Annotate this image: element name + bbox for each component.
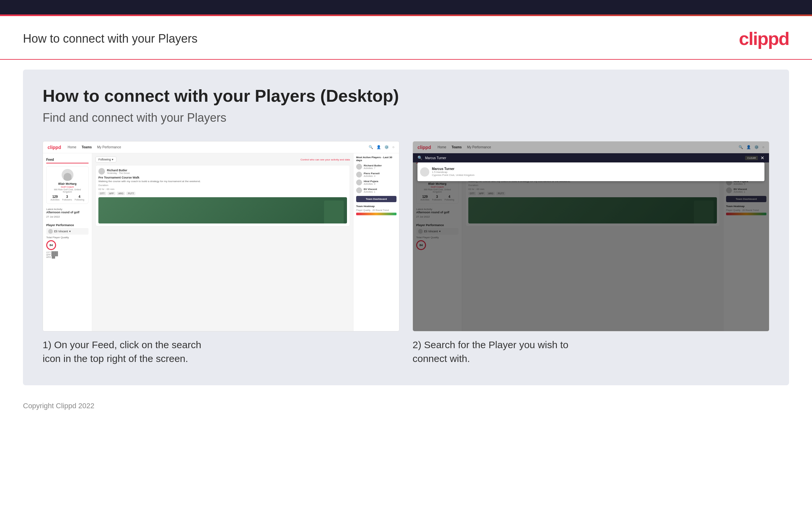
app-nav-2: clippd Home Teams My Performance 🔍 👤 ⚙️ …	[413, 141, 769, 153]
panels: clippd Home Teams My Performance 🔍 👤 ⚙️ …	[43, 141, 769, 366]
footer: Copyright Clippd 2022	[0, 395, 812, 417]
selected-player-name: Eli Vincent	[54, 230, 68, 233]
team-dashboard-button[interactable]: Team Dashboard	[356, 196, 396, 202]
player-info-3: Hiral Pujara Activities: 3	[364, 180, 396, 185]
latest-activity: Latest Activity Afternoon round of golf …	[46, 206, 89, 218]
activity-card: Richard Butler Yesterday · The Grove Pre…	[95, 165, 350, 226]
nav-home[interactable]: Home	[67, 145, 77, 149]
following-button[interactable]: Following ▾	[95, 157, 116, 162]
control-link[interactable]: Control who can see your activity and da…	[300, 158, 350, 161]
search-result-item[interactable]: Marcus Turner 1.5 Handicap Cypress Point…	[420, 165, 762, 178]
search-result-avatar	[420, 167, 429, 176]
quality-circle: 84	[46, 240, 56, 250]
profile-club: Mill Ride Golf Club, United Kingdom	[49, 188, 86, 193]
nav-teams-2[interactable]: Teams	[451, 145, 462, 149]
search-overlay: 🔍 Marcus Turner CLEAR ✕ Marcus Turner 1.…	[413, 153, 769, 331]
player-info-1: Richard Butler Activities: 7	[364, 164, 396, 169]
activity-user-info: Richard Butler Yesterday · The Grove	[107, 169, 130, 174]
app-logo: clippd	[48, 145, 61, 150]
most-active-title: Most Active Players - Last 30 days	[356, 156, 396, 162]
user-icon-2[interactable]: 👤	[747, 145, 751, 149]
chevron-down-icon: ▾	[69, 230, 71, 233]
golf-figure	[324, 201, 344, 223]
stat-activities: 129 Activities	[50, 195, 60, 201]
player-info-4: Eli Vincent Activities: 1	[364, 188, 396, 193]
latest-activity-title: Afternoon round of golf	[46, 211, 89, 214]
activity-image	[98, 197, 347, 223]
team-heatmap-title: Team Heatmap	[356, 205, 396, 208]
search-result-info: Marcus Turner 1.5 Handicap Cypress Point…	[432, 167, 475, 176]
player-select[interactable]: Eli Vincent ▾	[46, 228, 89, 235]
profile-avatar	[62, 169, 74, 181]
panel-1: clippd Home Teams My Performance 🔍 👤 ⚙️ …	[43, 141, 399, 366]
tag-ott: OTT	[98, 192, 106, 195]
search-result-name: Marcus Turner	[432, 167, 475, 171]
search-icon[interactable]: 🔍	[369, 145, 373, 149]
activity-location: Yesterday · The Grove	[107, 172, 130, 174]
app-left: Feed Blair McHarg Golf Coach Mill Ride G…	[43, 153, 92, 331]
app-nav-icons-2: 🔍 👤 ⚙️ ○	[738, 145, 764, 149]
profile-name: Blair McHarg	[49, 182, 86, 185]
player-info-2: Piers Parnell Activities: 4	[364, 172, 396, 177]
app-nav-icons: 🔍 👤 ⚙️ ○	[369, 145, 394, 149]
player-name-1: Richard Butler	[364, 164, 396, 167]
main-content: How to connect with your Players (Deskto…	[23, 70, 789, 385]
feed-tab[interactable]: Feed	[46, 157, 89, 163]
settings-icon-2[interactable]: ⚙️	[754, 145, 759, 149]
player-name-4: Eli Vincent	[364, 188, 396, 190]
app-nav-items-2: Home Teams My Performance	[437, 145, 491, 149]
followers-count: 3	[62, 195, 72, 199]
settings-icon[interactable]: ⚙️	[384, 145, 389, 149]
player-acts-1: Activities: 7	[364, 167, 396, 169]
app-nav: clippd Home Teams My Performance 🔍 👤 ⚙️ …	[43, 141, 399, 153]
search-result-location: Cypress Point Club, United Kingdom	[432, 174, 475, 176]
app-nav-items: Home Teams My Performance	[67, 145, 121, 149]
activity-desc: Walking the course with my coach to buil…	[98, 180, 347, 183]
search-result-handicap: 1.5 Handicap	[432, 171, 475, 174]
close-icon[interactable]: ✕	[761, 155, 764, 161]
latest-activity-date: 27 Jul 2022	[46, 215, 89, 218]
activities-label: Activities	[50, 199, 60, 201]
nav-my-performance-2[interactable]: My Performance	[467, 145, 491, 149]
clear-button[interactable]: CLEAR	[745, 156, 758, 160]
search-icon-2[interactable]: 🔍	[738, 145, 743, 149]
following-label: Following	[75, 199, 84, 201]
nav-my-performance[interactable]: My Performance	[97, 145, 121, 149]
avatar-icon-2[interactable]: ○	[762, 145, 764, 149]
stat-followers: 3 Followers	[62, 195, 72, 201]
search-bar: 🔍 Marcus Turner CLEAR ✕	[413, 153, 769, 162]
app-right: Most Active Players - Last 30 days Richa…	[353, 153, 399, 331]
screenshot-1: clippd Home Teams My Performance 🔍 👤 ⚙️ …	[43, 141, 399, 332]
player-avatar-3	[356, 179, 362, 185]
app-body: Feed Blair McHarg Golf Coach Mill Ride G…	[43, 153, 399, 331]
search-input[interactable]: Marcus Turner	[425, 156, 743, 160]
user-icon[interactable]: 👤	[377, 145, 381, 149]
activity-duration: 02 hr : 00 min	[98, 188, 347, 190]
followers-label: Followers	[62, 199, 72, 201]
screenshot-2: clippd Home Teams My Performance 🔍 👤 ⚙️ …	[413, 141, 769, 332]
player-item-2: Piers Parnell Activities: 4	[356, 172, 396, 177]
profile-role: Golf Coach	[49, 185, 86, 188]
activity-user-name: Richard Butler	[107, 169, 130, 172]
quality-bar-ott: OTT ████	[46, 251, 89, 254]
app-mockup-1: clippd Home Teams My Performance 🔍 👤 ⚙️ …	[43, 141, 399, 331]
activity-tags: OTT APP ARG PUTT	[98, 192, 347, 195]
nav-home-2[interactable]: Home	[437, 145, 446, 149]
player-select-avatar	[48, 229, 53, 234]
team-heatmap-subtitle: Player Quality · 20 Round Trend	[356, 209, 396, 211]
search-dropdown: Marcus Turner 1.5 Handicap Cypress Point…	[418, 162, 764, 181]
activities-count: 129	[50, 195, 60, 199]
player-performance-section: Player Performance Eli Vincent ▾ Total P…	[46, 223, 89, 258]
activity-header: Richard Butler Yesterday · The Grove	[98, 168, 347, 175]
quality-bar-app: APP ████	[46, 254, 89, 256]
activity-avatar	[98, 168, 105, 175]
nav-teams[interactable]: Teams	[82, 145, 92, 149]
quality-bar-arg: ARG ██	[46, 256, 89, 258]
tag-putt: PUTT	[126, 192, 135, 195]
heatmap-bar	[356, 213, 396, 215]
player-avatar-4	[356, 187, 362, 193]
search-magnify-icon: 🔍	[418, 156, 422, 160]
avatar-icon[interactable]: ○	[392, 145, 394, 149]
player-name-3: Hiral Pujara	[364, 180, 396, 183]
player-name-2: Piers Parnell	[364, 172, 396, 175]
